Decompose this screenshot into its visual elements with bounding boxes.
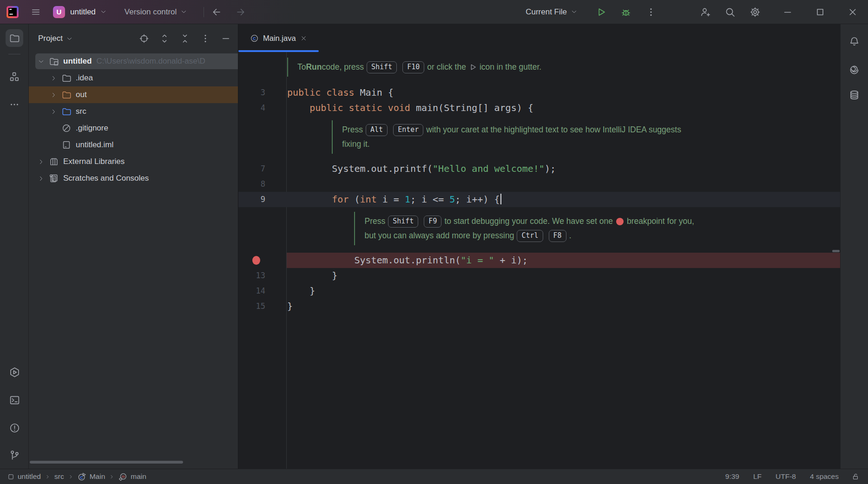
unlocked-icon[interactable]: [852, 473, 860, 481]
breadcrumb-item-untitled[interactable]: untitled: [7, 472, 41, 481]
code-text: }: [287, 283, 315, 299]
project-tree: untitledC:\Users\wisdom.donald-ase\D.ide…: [29, 53, 238, 187]
status-bar: untitledsrcCMainmmain 9:39LFUTF-84 space…: [0, 469, 868, 484]
run-gutter-icon: [469, 63, 477, 71]
code-line-15[interactable]: 15}: [238, 299, 840, 314]
editor-area: C Main.java To Run code, press ShiftF10 …: [238, 24, 840, 469]
version-control-menu[interactable]: Version control: [125, 5, 191, 19]
run-tool-icon[interactable]: [6, 363, 23, 381]
tree-item-label: untitled: [63, 57, 92, 66]
chevron-right-icon[interactable]: [37, 175, 45, 182]
svg-text:m: m: [122, 474, 125, 478]
ai-assistant-icon[interactable]: [845, 61, 863, 78]
tree-item-untitled[interactable]: untitledC:\Users\wisdom.donald-ase\D: [29, 53, 238, 70]
hide-icon[interactable]: [220, 33, 231, 44]
search-icon[interactable]: [723, 5, 737, 19]
tree-item-out[interactable]: out: [29, 86, 238, 103]
breadcrumb-item-main[interactable]: mmain: [118, 472, 146, 481]
tree-item-label: Scratches and Consoles: [63, 174, 149, 183]
locate-icon[interactable]: [138, 33, 150, 44]
line-number: 15: [238, 299, 265, 314]
run-configuration-label: Current File: [526, 7, 567, 17]
breakpoint-dot[interactable]: [252, 256, 260, 265]
code-line-breakpoint[interactable]: System.out.println("i = " + i);: [238, 253, 840, 268]
code-text: public static void main(String[] args) {: [287, 100, 533, 116]
more-icon[interactable]: [644, 5, 658, 19]
tree-item-label: External Libraries: [63, 157, 125, 166]
code-line-8[interactable]: 8: [238, 177, 840, 192]
code-text: public class Main {: [287, 85, 394, 100]
chevron-right-icon[interactable]: [50, 74, 57, 82]
expand-all-icon[interactable]: [159, 33, 170, 44]
tree-item--idea[interactable]: .idea: [29, 70, 238, 86]
line-number: 9: [238, 192, 265, 207]
settings-icon[interactable]: [748, 5, 762, 19]
titlebar-actions: [583, 5, 868, 19]
tree-item--gitignore[interactable]: .gitignore: [29, 120, 238, 137]
maximize-icon[interactable]: [813, 5, 827, 19]
libraries-icon: [49, 157, 59, 167]
editor-tab-bar: C Main.java: [238, 24, 840, 52]
status-item[interactable]: 4 spaces: [810, 472, 839, 481]
project-name[interactable]: untitled: [70, 7, 96, 17]
problems-tool-icon[interactable]: [6, 419, 23, 437]
minimize-icon[interactable]: [781, 5, 795, 19]
panel-horizontal-scrollbar[interactable]: [30, 461, 183, 464]
code-line-13[interactable]: 13 }: [238, 268, 840, 283]
editor-content[interactable]: To Run code, press ShiftF10 or click the…: [238, 52, 840, 469]
project-panel-title[interactable]: Project: [38, 34, 63, 43]
tab-main-java[interactable]: C Main.java: [238, 24, 319, 52]
database-icon[interactable]: [845, 86, 863, 104]
notifications-icon[interactable]: [845, 33, 863, 50]
debug-icon[interactable]: [619, 5, 633, 19]
add-user-icon[interactable]: [698, 5, 712, 19]
breadcrumb: untitledsrcCMainmmain: [7, 472, 146, 481]
chevron-down-icon[interactable]: [97, 5, 111, 19]
scratches-icon: [49, 173, 59, 183]
tree-item-src[interactable]: src: [29, 103, 238, 120]
java-class-icon: C: [250, 34, 259, 43]
chevron-down-icon[interactable]: [37, 58, 45, 65]
status-item[interactable]: 9:39: [725, 472, 739, 481]
terminal-tool-icon[interactable]: [6, 391, 23, 409]
chevron-right-icon[interactable]: [37, 158, 45, 165]
run-icon[interactable]: [594, 5, 608, 19]
status-item[interactable]: UTF-8: [776, 472, 796, 481]
structure-tool-icon[interactable]: [6, 68, 23, 85]
code-text: System.out.println("i = " + i);: [287, 253, 528, 268]
editor-scrollbar-thumb[interactable]: [832, 250, 840, 252]
chevron-right-icon[interactable]: [50, 91, 57, 98]
breadcrumb-item-src[interactable]: src: [54, 472, 64, 481]
more-tools-icon[interactable]: [6, 96, 23, 113]
chevron-down-icon: [567, 5, 581, 19]
close-icon[interactable]: [300, 35, 307, 42]
breadcrumb-item-main[interactable]: CMain: [78, 472, 105, 481]
app-logo-icon[interactable]: [6, 5, 20, 19]
options-icon[interactable]: [200, 33, 211, 44]
main-menu-icon[interactable]: [29, 5, 43, 19]
chevron-right-icon[interactable]: [50, 108, 57, 115]
back-icon[interactable]: [210, 5, 224, 19]
project-tool-icon[interactable]: [6, 29, 23, 47]
chevron-down-icon[interactable]: [66, 35, 73, 42]
line-number: 8: [238, 177, 265, 192]
breakpoint-dot-icon: [616, 218, 624, 225]
tree-item-untitled-iml[interactable]: untitled.iml: [29, 137, 238, 153]
code-line-3[interactable]: 3public class Main {: [238, 85, 840, 100]
forward-icon[interactable]: [234, 5, 248, 19]
code-text: }: [287, 299, 293, 314]
run-configuration-selector[interactable]: Current File: [526, 5, 581, 19]
vcs-tool-icon[interactable]: [6, 446, 23, 464]
tree-item-external-libraries[interactable]: External Libraries: [29, 153, 238, 170]
close-icon[interactable]: [846, 5, 860, 19]
code-line-4[interactable]: 4 public static void main(String[] args)…: [238, 100, 840, 116]
project-badge[interactable]: U: [53, 6, 65, 18]
tab-label: Main.java: [263, 34, 296, 43]
code-line-9[interactable]: 9 for (int i = 1; i <= 5; i++) {: [238, 192, 840, 207]
tree-item-scratches-and-consoles[interactable]: Scratches and Consoles: [29, 170, 238, 187]
inline-hint: To Run code, press ShiftF10 or click the…: [287, 58, 541, 77]
status-item[interactable]: LF: [753, 472, 762, 481]
collapse-all-icon[interactable]: [179, 33, 191, 44]
code-line-7[interactable]: 7 System.out.printf("Hello and welcome!"…: [238, 161, 840, 177]
code-line-14[interactable]: 14 }: [238, 283, 840, 299]
